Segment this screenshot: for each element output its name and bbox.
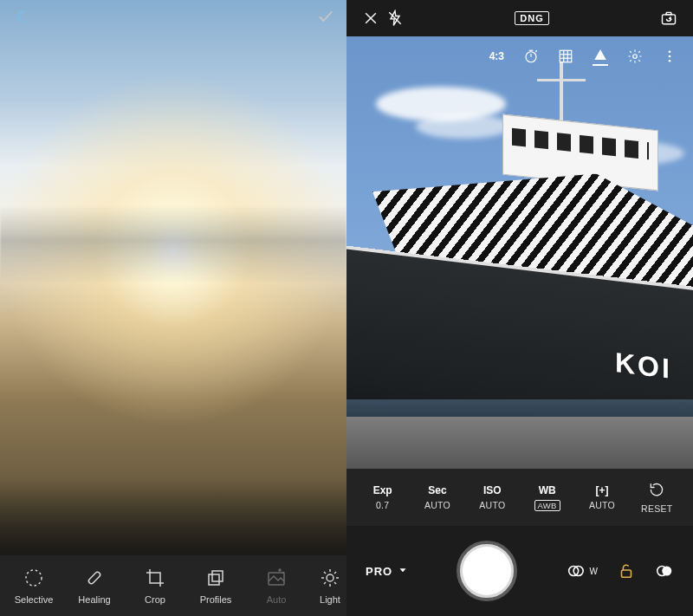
setting-value: AWB xyxy=(534,500,560,511)
svg-point-9 xyxy=(282,572,283,573)
editor-topbar xyxy=(0,0,346,33)
close-icon[interactable] xyxy=(362,10,379,27)
svg-line-17 xyxy=(334,572,336,574)
tool-label: Healing xyxy=(78,594,110,605)
lens-wide-icon[interactable] xyxy=(566,561,585,580)
svg-line-15 xyxy=(324,572,326,574)
svg-point-43 xyxy=(662,567,671,576)
setting-key: Exp xyxy=(373,484,392,496)
ship-hull-text: KOI xyxy=(615,347,672,386)
aspect-ratio[interactable]: 4:3 xyxy=(489,50,504,62)
setting-value: 0.7 xyxy=(376,500,390,510)
timer-icon[interactable] xyxy=(523,49,539,64)
svg-rect-6 xyxy=(209,574,219,585)
setting-reset[interactable]: RESET xyxy=(636,481,677,514)
svg-point-0 xyxy=(26,570,42,586)
dock xyxy=(346,417,693,469)
switch-camera-icon[interactable] xyxy=(660,10,677,27)
svg-point-34 xyxy=(633,55,638,59)
svg-point-10 xyxy=(327,574,334,581)
camera-mode-selector[interactable]: PRO xyxy=(366,565,408,578)
reset-icon xyxy=(648,481,665,500)
camera-topbar: DNG xyxy=(346,0,693,36)
tool-selective[interactable]: Selective xyxy=(5,567,62,605)
setting-shutter[interactable]: Sec AUTO xyxy=(417,484,458,510)
cloud xyxy=(416,114,511,139)
confirm-icon[interactable] xyxy=(317,8,334,25)
crop-icon xyxy=(144,567,166,589)
svg-line-18 xyxy=(324,582,326,584)
setting-key: WB xyxy=(539,484,556,496)
unlock-icon[interactable] xyxy=(617,561,636,580)
setting-focus[interactable]: [+] AUTO xyxy=(581,484,623,510)
svg-rect-41 xyxy=(622,570,631,577)
setting-value: RESET xyxy=(641,503,673,514)
filter-icon[interactable] xyxy=(655,561,674,580)
setting-exposure[interactable]: Exp 0.7 xyxy=(362,484,404,510)
tool-profiles[interactable]: Profiles xyxy=(187,567,244,605)
mode-label: PRO xyxy=(366,565,392,578)
lens-wide-label: W xyxy=(590,567,598,576)
tool-healing[interactable]: Healing xyxy=(66,567,123,605)
tool-label: Light xyxy=(320,594,340,605)
flash-off-icon[interactable] xyxy=(386,10,404,27)
tool-label: Crop xyxy=(145,594,165,605)
svg-rect-1 xyxy=(87,571,101,585)
editor-bottom-gradient xyxy=(0,477,346,555)
camera-shutter-row: PRO W xyxy=(346,526,693,616)
svg-rect-23 xyxy=(662,15,675,24)
svg-rect-28 xyxy=(560,50,572,62)
camera-pane: DNG KOI 4:3 E xyxy=(346,0,693,616)
more-icon[interactable] xyxy=(662,49,677,64)
camera-viewfinder[interactable]: KOI xyxy=(346,36,693,469)
tool-auto[interactable]: Auto xyxy=(248,567,305,605)
tool-label: Profiles xyxy=(200,594,232,605)
svg-marker-33 xyxy=(594,49,606,60)
svg-rect-5 xyxy=(212,571,223,581)
editor-toolbar: Selective Healing Crop Profiles Auto xyxy=(0,555,346,616)
setting-value: AUTO xyxy=(424,500,450,510)
svg-point-37 xyxy=(669,60,671,62)
selective-icon xyxy=(23,567,45,589)
highlight-clipping-icon[interactable] xyxy=(593,47,608,66)
camera-settings-row: Exp 0.7 Sec AUTO ISO AUTO WB AWB [+] AUT… xyxy=(346,469,693,526)
svg-point-35 xyxy=(669,50,671,53)
svg-point-36 xyxy=(669,55,671,58)
camera-options: 4:3 xyxy=(483,42,684,71)
tool-crop[interactable]: Crop xyxy=(126,567,184,605)
setting-key: [+] xyxy=(595,484,608,496)
auto-icon xyxy=(265,567,288,589)
chevron-down-icon xyxy=(398,565,408,578)
grid-icon[interactable] xyxy=(558,49,573,64)
editor-pane: Selective Healing Crop Profiles Auto xyxy=(0,0,346,616)
setting-key: Sec xyxy=(428,484,446,496)
format-badge[interactable]: DNG xyxy=(515,11,548,25)
tool-light[interactable]: Light xyxy=(308,567,346,605)
tool-label: Selective xyxy=(15,594,54,605)
back-icon[interactable] xyxy=(12,8,29,25)
profiles-icon xyxy=(204,567,227,589)
light-icon xyxy=(319,567,341,589)
healing-icon xyxy=(83,567,106,589)
tool-label: Auto xyxy=(267,594,287,605)
camera-aux-controls: W xyxy=(566,561,674,580)
setting-key: ISO xyxy=(483,484,502,496)
setting-white-balance[interactable]: WB AWB xyxy=(527,484,568,511)
svg-line-27 xyxy=(535,50,537,52)
setting-value: AUTO xyxy=(589,500,615,510)
settings-gear-icon[interactable] xyxy=(627,49,643,64)
svg-line-16 xyxy=(334,582,336,584)
shutter-button[interactable] xyxy=(457,541,517,601)
setting-iso[interactable]: ISO AUTO xyxy=(471,484,513,510)
svg-point-8 xyxy=(279,569,281,571)
svg-marker-38 xyxy=(400,568,405,572)
editor-photo xyxy=(0,0,346,555)
setting-value: AUTO xyxy=(479,500,505,510)
